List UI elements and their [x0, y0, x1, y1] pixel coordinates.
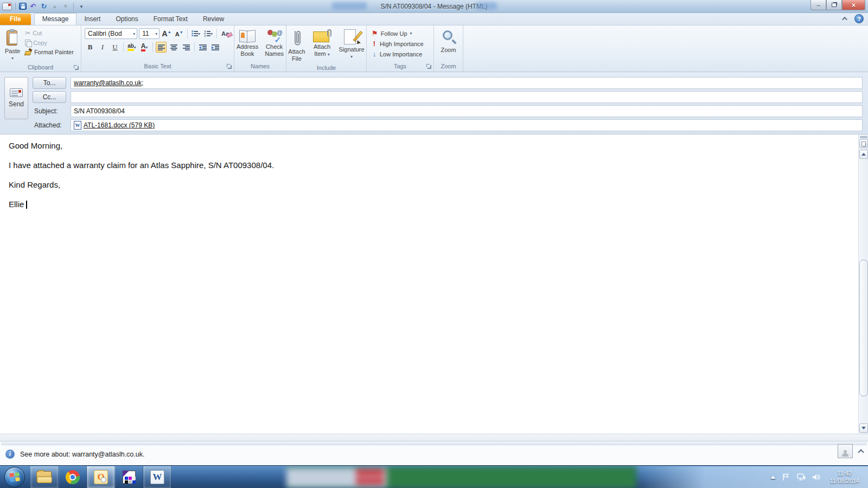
follow-up-button[interactable]: ⚑Follow Up▾ — [369, 29, 431, 38]
tab-options[interactable]: Options — [108, 14, 145, 25]
tray-show-hidden-icon[interactable] — [770, 476, 776, 479]
tab-insert[interactable]: Insert — [76, 14, 108, 25]
to-recipient[interactable]: warranty@atlaslh.co.uk; — [74, 79, 143, 87]
minimize-button[interactable]: – — [810, 0, 826, 10]
taskbar-word-button[interactable]: W — [143, 466, 171, 488]
taskbar-clock[interactable]: 11:42 11/08/2014 — [827, 470, 863, 485]
action-center-flag-icon[interactable] — [781, 472, 791, 482]
to-button[interactable]: To... — [33, 77, 66, 89]
dialog-launcher-icon[interactable] — [226, 63, 232, 69]
increase-indent-button[interactable] — [210, 42, 221, 53]
bold-button[interactable]: B — [85, 42, 95, 53]
cc-field[interactable] — [71, 91, 863, 103]
close-button[interactable]: × — [842, 0, 865, 10]
send-button[interactable]: Send — [4, 77, 28, 119]
high-importance-button[interactable]: !High Importance — [369, 39, 431, 48]
dialog-launcher-icon[interactable] — [73, 65, 79, 70]
volume-icon[interactable] — [812, 472, 821, 482]
clear-formatting-button[interactable]: Aa — [220, 28, 231, 39]
cut-button[interactable]: ✂Cut — [23, 29, 76, 37]
taskbar-chrome-button[interactable] — [59, 466, 87, 488]
scroll-up-button[interactable] — [859, 150, 868, 159]
chevron-down-icon: ▾ — [11, 55, 14, 62]
eraser-icon: Aa — [221, 30, 229, 37]
people-pane-divider[interactable] — [1, 441, 867, 445]
window-controls: – × — [810, 0, 865, 10]
zoom-button[interactable]: Zoom — [438, 28, 458, 62]
scroll-track[interactable] — [859, 160, 868, 422]
bullets-button[interactable]: ▾ — [190, 28, 201, 39]
taskbar-explorer-button[interactable] — [30, 466, 59, 488]
cc-button[interactable]: Cc... — [33, 91, 66, 103]
ruler-toggle-button[interactable] — [859, 139, 868, 148]
restore-icon — [832, 3, 837, 7]
tab-message[interactable]: Message — [34, 13, 77, 25]
people-pane-expand-icon[interactable] — [858, 448, 864, 454]
taskbar-outlook-button[interactable]: O — [87, 466, 115, 488]
subject-label: Subject: — [33, 107, 66, 115]
chevron-down-icon: ▾ — [350, 53, 353, 60]
font-name-combo[interactable]: Calibri (Bod▾ — [85, 28, 137, 39]
group-basic-text: Calibri (Bod▾ 11▾ A▲ A▼ ▾ ▾ Aa B I U — [81, 25, 234, 72]
attach-item-button[interactable]: Attach Item ▾ — [310, 28, 334, 64]
attach-file-button[interactable]: Attach File — [285, 28, 308, 64]
font-size-combo[interactable]: 11▾ — [139, 28, 159, 39]
horizontal-scrollbar[interactable] — [0, 434, 868, 441]
copy-icon — [25, 40, 31, 46]
numbering-button[interactable]: ▾ — [203, 28, 214, 39]
subject-field[interactable]: S/N AT009308/04 — [71, 105, 863, 117]
align-center-button[interactable] — [168, 42, 179, 53]
scroll-down-button[interactable] — [859, 423, 868, 433]
chevron-down-icon: ▾ — [328, 52, 330, 57]
start-button[interactable] — [4, 467, 25, 487]
person-icon — [842, 450, 848, 457]
copy-button[interactable]: Copy — [23, 39, 76, 47]
decrease-indent-button[interactable] — [197, 42, 208, 53]
restore-button[interactable] — [826, 0, 842, 10]
attachment-name[interactable]: ATL-1681.docx (579 KB) — [84, 121, 155, 129]
group-label: Basic Text — [144, 63, 171, 69]
windows-logo-icon — [9, 472, 20, 482]
group-zoom: Zoom Zoom — [434, 25, 463, 72]
underline-button[interactable]: U — [110, 42, 120, 53]
low-importance-button[interactable]: ↓Low Importance — [369, 49, 431, 59]
tab-file[interactable]: File — [0, 14, 31, 25]
signature-button[interactable]: Signature ▾ — [336, 28, 367, 64]
format-painter-button[interactable]: Format Painter — [23, 48, 76, 56]
attachment-item[interactable]: W ATL-1681.docx (579 KB) — [74, 121, 155, 130]
divider — [152, 42, 153, 52]
split-handle[interactable] — [860, 136, 867, 138]
grow-font-button[interactable]: A▲ — [161, 28, 172, 39]
paperclip-icon — [291, 29, 302, 48]
taskbar-app-button[interactable] — [115, 466, 143, 488]
check-names-button[interactable]: @✓ Check Names — [262, 28, 286, 62]
highlight-button[interactable]: ab▾ — [126, 42, 137, 53]
people-pane-button[interactable] — [838, 444, 853, 458]
group-label: Include — [317, 65, 336, 71]
tab-review[interactable]: Review — [195, 14, 232, 25]
vertical-scrollbar[interactable] — [858, 134, 868, 434]
minimize-ribbon-icon[interactable] — [840, 15, 850, 23]
font-color-icon: A — [141, 43, 146, 52]
align-left-button[interactable] — [156, 42, 167, 53]
address-book-button[interactable]: Address Book — [234, 28, 261, 62]
align-right-button[interactable] — [181, 42, 192, 53]
shrink-font-button[interactable]: A▼ — [174, 28, 184, 39]
scroll-thumb[interactable] — [859, 260, 868, 396]
ribbon-tabs: File Message Insert Options Format Text … — [0, 13, 868, 25]
redacted-blur — [476, 2, 497, 10]
dialog-launcher-icon[interactable] — [426, 63, 432, 69]
attached-field[interactable]: W ATL-1681.docx (579 KB) — [71, 119, 863, 131]
message-body-editor[interactable]: Good Morning, I have attached a warranty… — [0, 134, 858, 434]
folder-icon — [36, 471, 53, 483]
group-label: Tags — [394, 63, 406, 69]
tab-format-text[interactable]: Format Text — [146, 14, 195, 25]
help-button[interactable]: ? — [854, 14, 864, 23]
italic-button[interactable]: I — [97, 42, 108, 53]
paste-button[interactable]: Paste ▾ — [2, 28, 23, 63]
chevron-up-icon — [842, 17, 847, 22]
to-field[interactable]: warranty@atlaslh.co.uk; — [71, 77, 863, 89]
font-color-button[interactable]: A▾ — [139, 42, 150, 53]
network-icon[interactable] — [796, 472, 806, 482]
page-icon — [861, 142, 866, 146]
